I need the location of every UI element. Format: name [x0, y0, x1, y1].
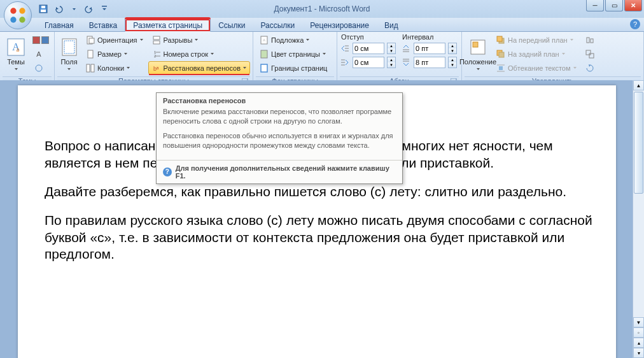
text-wrap-button[interactable]: Обтекание текстом	[493, 61, 580, 75]
spacing-before-icon	[401, 43, 411, 54]
spacing-after-icon	[401, 57, 411, 68]
help-icon: ?	[163, 168, 172, 176]
breaks-button[interactable]: Разрывы	[148, 33, 250, 47]
tab-review[interactable]: Рецензирование	[302, 19, 377, 31]
tab-insert[interactable]: Вставка	[81, 19, 125, 31]
scroll-down-icon[interactable]: ▼	[633, 317, 644, 327]
svg-point-2	[10, 17, 16, 22]
svg-rect-21	[153, 41, 160, 44]
svg-rect-6	[41, 6, 45, 8]
prev-page-icon[interactable]: ▴	[633, 338, 644, 348]
rotate-button[interactable]	[582, 61, 598, 75]
indent-right-icon	[340, 57, 350, 68]
theme-fonts-button[interactable]: A	[31, 47, 51, 61]
svg-rect-17	[88, 50, 93, 58]
vertical-scrollbar[interactable]: ▲ ▼ ◦ ▴ ▾	[633, 80, 644, 358]
spacing-after-field[interactable]: 8 пт▲▼	[401, 55, 457, 69]
svg-rect-31	[261, 64, 267, 72]
svg-rect-19	[91, 64, 94, 72]
watermark-button[interactable]: AПодложка	[256, 33, 330, 47]
themes-button[interactable]: Aa Темы	[3, 33, 29, 75]
paragraph[interactable]: Давайте разберемся, как правильно пишетс…	[45, 183, 593, 201]
group-themes: Aa Темы A Темы	[0, 32, 55, 86]
bring-front-button[interactable]: На передний план	[493, 33, 580, 47]
indent-left-field[interactable]: 0 см▲▼	[340, 41, 396, 55]
tooltip-title: Расстановка переносов	[157, 93, 402, 107]
tab-page-layout[interactable]: Разметка страницы	[125, 18, 211, 32]
undo-icon[interactable]	[52, 3, 65, 15]
ribbon-tabs: Главная Вставка Разметка страницы Ссылки…	[0, 18, 644, 32]
group-page-setup: Поля Ориентация Размер Колонки Разрывы 1…	[55, 32, 253, 86]
maximize-button[interactable]: ▭	[605, 0, 623, 11]
hyphenation-tooltip: Расстановка переносов Включение режима р…	[156, 92, 403, 184]
svg-rect-46	[497, 36, 502, 41]
qat-dropdown-icon[interactable]	[67, 3, 80, 15]
quick-access-toolbar	[37, 0, 111, 18]
group-page-background: AПодложка Цвет страницы Границы страниц …	[253, 32, 337, 86]
indent-label: Отступ	[340, 33, 396, 41]
svg-rect-18	[87, 64, 90, 72]
group-paragraph: Отступ 0 см▲▼ 0 см▲▼ Интервал 0 пт▲▼ 8 п…	[337, 32, 462, 86]
svg-rect-54	[586, 50, 591, 55]
page-color-button[interactable]: Цвет страницы	[256, 47, 330, 61]
svg-rect-53	[591, 39, 593, 43]
svg-rect-52	[587, 38, 589, 43]
svg-text:A: A	[263, 38, 265, 42]
orientation-button[interactable]: Ориентация	[82, 33, 146, 47]
indent-left-icon	[340, 43, 350, 54]
svg-rect-30	[261, 50, 267, 58]
theme-colors-button[interactable]	[31, 33, 51, 47]
svg-point-12	[36, 65, 42, 71]
browse-object-icon[interactable]: ◦	[633, 327, 644, 338]
tooltip-text: Включение режима расстановки переносов, …	[163, 107, 396, 126]
indent-right-field[interactable]: 0 см▲▼	[340, 55, 396, 69]
group-objects-button[interactable]	[582, 47, 598, 61]
svg-rect-48	[499, 52, 504, 57]
columns-button[interactable]: Колонки	[82, 61, 146, 75]
spacing-label: Интервал	[401, 33, 457, 41]
spacing-before-field[interactable]: 0 пт▲▼	[401, 41, 457, 55]
office-button[interactable]	[4, 1, 32, 29]
titlebar: Документ1 - Microsoft Word ─ ▭ ✕	[0, 0, 644, 18]
align-button[interactable]	[582, 33, 598, 47]
window-title: Документ1 - Microsoft Word	[274, 4, 370, 13]
qat-customize-icon[interactable]	[98, 3, 111, 15]
redo-icon[interactable]	[83, 3, 95, 15]
help-button[interactable]: ?	[630, 19, 640, 29]
svg-rect-5	[41, 10, 46, 12]
tab-view[interactable]: Вид	[377, 19, 406, 31]
paragraph[interactable]: По правилам русского языка слово (с) лет…	[45, 212, 593, 264]
svg-point-1	[19, 8, 25, 13]
svg-text:a: a	[17, 46, 20, 53]
theme-effects-button[interactable]	[31, 61, 51, 75]
position-button[interactable]: Положение	[465, 33, 491, 75]
tab-mailings[interactable]: Рассылки	[253, 19, 302, 31]
svg-rect-55	[589, 54, 594, 58]
svg-rect-7	[102, 6, 107, 7]
svg-text:bª: bª	[153, 66, 159, 72]
tooltip-footer-text: Для получения дополнительных сведений на…	[176, 164, 396, 180]
line-numbers-button[interactable]: 12Номера строк	[148, 47, 250, 61]
scroll-up-icon[interactable]: ▲	[633, 80, 644, 90]
size-button[interactable]: Размер	[82, 47, 146, 61]
svg-rect-20	[153, 36, 160, 39]
save-icon[interactable]	[37, 3, 50, 15]
svg-point-0	[10, 8, 16, 13]
scroll-thumb[interactable]	[634, 92, 643, 194]
svg-text:A: A	[36, 50, 41, 58]
svg-point-3	[19, 17, 25, 22]
hyphenation-button[interactable]: bªРасстановка переносов	[148, 61, 250, 75]
send-back-button[interactable]: На задний план	[493, 47, 580, 61]
svg-rect-16	[89, 38, 94, 43]
page-borders-button[interactable]: Границы страниц	[256, 61, 330, 75]
svg-rect-44	[473, 42, 478, 47]
margins-button[interactable]: Поля	[57, 33, 81, 75]
close-button[interactable]: ✕	[624, 0, 642, 11]
tab-references[interactable]: Ссылки	[211, 19, 253, 31]
tooltip-text: Расстановка переносов обычно используетс…	[163, 131, 396, 150]
svg-rect-49	[499, 66, 503, 70]
tab-home[interactable]: Главная	[37, 19, 81, 31]
minimize-button[interactable]: ─	[586, 0, 604, 11]
next-page-icon[interactable]: ▾	[633, 348, 644, 358]
ribbon: Aa Темы A Темы Поля Ориентация Размер Ко…	[0, 32, 644, 87]
